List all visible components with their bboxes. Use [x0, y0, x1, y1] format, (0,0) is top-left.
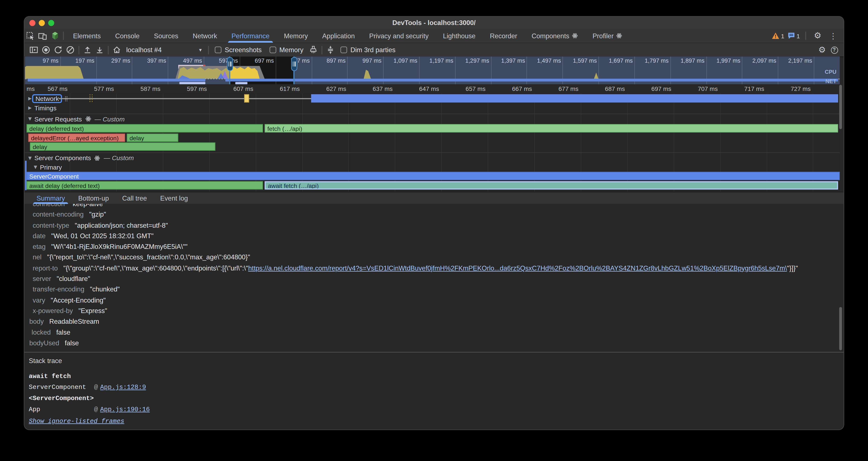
tab-recorder[interactable]: Recorder [483, 29, 524, 43]
stack-frame-source-link[interactable]: App.js:128:9 [100, 383, 146, 391]
cpu-strip-label: CPU [825, 69, 837, 75]
details-tab-bar: SummaryBottom-upCall treeEvent log [24, 192, 844, 204]
collapse-triangle-icon[interactable]: ▼ [28, 155, 32, 161]
capture-settings-gear-icon[interactable]: ⚙ [816, 44, 828, 55]
tab-sources[interactable]: Sources [147, 29, 186, 43]
details-scrollbar-thumb[interactable] [839, 307, 842, 350]
device-toolbar-icon[interactable] [36, 30, 49, 42]
home-icon[interactable] [111, 44, 123, 55]
tab-console[interactable]: Console [108, 29, 147, 43]
checkbox-box[interactable] [340, 47, 347, 53]
screenshots-checkbox[interactable]: Screenshots [215, 46, 262, 54]
event-bar[interactable]: fetch (…/api) [265, 124, 838, 133]
event-bar[interactable]: delay (deferred text) [27, 124, 263, 133]
memory-checkbox[interactable]: Memory [269, 46, 303, 54]
report-to-url-link[interactable]: https://a.nel.cloudflare.com/report/v4?s… [248, 264, 787, 272]
tab-components[interactable]: Components [524, 29, 585, 43]
timeline-overview[interactable]: 97 ms197 ms297 ms397 ms497 ms597 ms697 m… [25, 56, 840, 84]
header-key: body [29, 318, 43, 325]
header-key: transfer-encoding [33, 286, 84, 293]
event-bar[interactable]: await delay (deferred text) [27, 181, 263, 189]
warnings-badge[interactable]: 1 [771, 32, 784, 39]
toggle-sidebar-icon[interactable] [28, 44, 40, 55]
header-value: "{\"group\":\"cf-nel\",\"max_age\":60480… [63, 264, 798, 272]
tab-label: Profiler [592, 32, 614, 39]
help-icon[interactable]: ? [828, 44, 840, 55]
tab-lighthouse[interactable]: Lighthouse [436, 29, 483, 43]
checkbox-box[interactable] [269, 47, 276, 53]
network-request-bar[interactable] [311, 94, 838, 103]
tab-profiler[interactable]: Profiler [585, 29, 630, 43]
header-key: x-powered-by [33, 307, 73, 315]
header-key: content-type [33, 222, 69, 229]
header-row: etag"W/\"4b1-RjEJloX9kRinu6F0MAZMmy6E5iA… [24, 242, 844, 253]
dim-3rd-parties-checkbox[interactable]: Dim 3rd parties [340, 46, 396, 54]
ruler-tick-label: 697 ms [651, 85, 672, 92]
history-select[interactable]: localhost #4▼ [123, 45, 206, 55]
tab-privacy-and-security[interactable]: Privacy and security [362, 29, 436, 43]
show-ignore-listed-frames-link[interactable]: Show ignore-listed frames [29, 416, 124, 427]
overview-tick-label: 697 ms [255, 57, 274, 64]
reload-record-icon[interactable] [52, 44, 64, 55]
header-key: nel [33, 254, 42, 261]
stack-frame: await fetch [29, 371, 844, 382]
checkbox-box[interactable] [215, 47, 221, 53]
extension-gem-icon[interactable] [49, 30, 61, 42]
tab-application[interactable]: Application [315, 29, 362, 43]
cpu-block-1 [25, 66, 84, 79]
divider [63, 32, 64, 40]
tab-memory[interactable]: Memory [277, 29, 315, 43]
clear-icon[interactable] [64, 44, 76, 55]
collapse-triangle-icon[interactable]: ▼ [28, 116, 32, 121]
tab-elements[interactable]: Elements [66, 29, 108, 43]
header-key: locked [32, 328, 51, 336]
event-bar[interactable]: delayedError (…ayed exception) [28, 133, 125, 142]
desktop: DevTools - localhost:3000/ ElementsConso… [0, 0, 868, 461]
compress-trace-icon[interactable] [324, 44, 337, 55]
tab-network[interactable]: Network [186, 29, 224, 43]
kebab-menu-icon[interactable]: ⋮ [827, 30, 839, 42]
record-icon[interactable] [40, 44, 52, 55]
event-bar[interactable]: delay [127, 133, 178, 142]
overview-tick-label: 1,897 ms [680, 57, 704, 64]
cpu-activity-chart [25, 64, 840, 79]
header-row: date"Wed, 01 Oct 2025 18:32:01 GMT" [24, 231, 844, 242]
chevron-down-icon: ▼ [198, 48, 203, 52]
stack-trace-title: Stack trace [29, 357, 844, 365]
stack-frame: App@App.js:190:16 [29, 404, 844, 415]
details-tab-summary[interactable]: Summary [30, 192, 71, 204]
header-key: server [33, 275, 51, 283]
header-value: "application/json; charset=utf-8" [75, 222, 168, 229]
devtools-window: DevTools - localhost:3000/ ElementsConso… [24, 16, 844, 430]
event-bar-selected[interactable]: await fetch (…/api) [265, 181, 838, 189]
divider [805, 32, 806, 40]
settings-gear-icon[interactable]: ⚙ [812, 30, 824, 42]
event-bar-server-component[interactable]: ServerComponent [27, 172, 840, 180]
collapse-triangle-icon[interactable]: ▼ [34, 165, 37, 170]
header-row: x-powered-by"Express" [24, 306, 844, 317]
stack-frame-at: @ [94, 383, 98, 391]
selection-handle-left[interactable] [227, 57, 233, 71]
track-network-label[interactable]: Network [32, 94, 62, 103]
collapse-triangle-icon[interactable]: ▶ [28, 105, 32, 110]
event-bar[interactable]: delay [30, 142, 215, 151]
tracks-scrollbar-thumb[interactable] [839, 85, 842, 129]
inspect-element-icon[interactable] [24, 30, 36, 42]
selection-handle-right[interactable] [291, 57, 297, 71]
details-tab-bottom-up[interactable]: Bottom-up [71, 192, 116, 204]
save-profile-icon[interactable] [94, 44, 106, 55]
header-value: "keep-alive" [70, 204, 105, 208]
ruler-unit-label: ms [27, 85, 35, 92]
header-value: false [56, 328, 70, 336]
network-request-chip[interactable] [244, 94, 249, 103]
header-row: nel"{\"report_to\":\"cf-nel\",\"success_… [24, 253, 844, 263]
messages-badge[interactable]: 1 [788, 32, 800, 39]
collect-garbage-icon[interactable] [307, 44, 319, 55]
details-tab-call-tree[interactable]: Call tree [116, 192, 154, 204]
tab-performance[interactable]: Performance [224, 29, 277, 43]
stack-frame-source-link[interactable]: App.js:190:16 [100, 406, 150, 413]
load-profile-icon[interactable] [82, 44, 94, 55]
collapse-triangle-icon[interactable]: ▶ [28, 96, 32, 101]
details-tab-event-log[interactable]: Event log [154, 192, 194, 204]
header-row: server"cloudflare" [24, 274, 844, 285]
